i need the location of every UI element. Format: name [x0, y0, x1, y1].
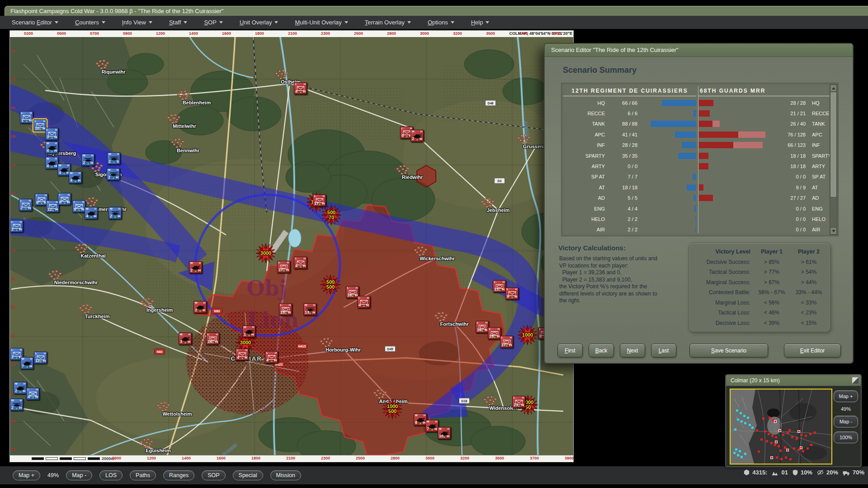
red-unit-counter[interactable]: LH15H [279, 303, 292, 315]
red-unit-counter[interactable]: WH2H [410, 130, 424, 142]
blue-unit-counter[interactable]: WH2H [14, 382, 27, 394]
red-unit-counter[interactable]: LH4H [294, 82, 307, 94]
special-button[interactable]: Special [233, 470, 263, 480]
p1-strength-value: 5 / 5 [609, 195, 642, 201]
scroll-up-icon[interactable] [830, 84, 837, 92]
blue-unit-counter[interactable]: WH2S [107, 152, 120, 164]
blue-unit-counter[interactable]: LH1H [10, 220, 23, 232]
blue-unit-counter[interactable]: LH10H [33, 119, 47, 131]
p2-strength-bar [699, 121, 720, 127]
blue-unit-counter[interactable]: WH4H [69, 171, 82, 183]
red-unit-counter[interactable]: WH10H [438, 427, 451, 439]
minimap-zoom-in-button[interactable]: Map + [834, 390, 858, 402]
red-unit-counter[interactable]: LH23H [512, 396, 525, 408]
red-unit-counter[interactable]: LH16H [206, 333, 219, 345]
menu-item-options[interactable]: Options [428, 19, 454, 26]
menu-item-info-view[interactable]: Info View [122, 19, 152, 26]
red-unit-counter[interactable]: WH1H [242, 325, 255, 338]
red-unit-counter[interactable]: WH2H [193, 301, 207, 313]
dialog-titlebar[interactable]: Scenario Editor "The Ride of the 12th Cu… [545, 44, 853, 57]
enemy-unit-dot [791, 436, 793, 438]
blue-unit-counter[interactable]: WH2H [10, 399, 23, 411]
map-zoom-out-button[interactable]: Map - [66, 470, 92, 480]
menu-item-unit-overlay[interactable]: Unit Overlay [240, 19, 278, 26]
p1-unit-type-label: TANK [563, 121, 609, 127]
blue-unit-counter[interactable]: LH2H [19, 199, 32, 211]
blue-unit-counter[interactable]: WH2H [108, 207, 122, 219]
first-button[interactable]: First [557, 343, 583, 357]
blue-unit-counter[interactable]: LH12H [34, 352, 47, 364]
red-unit-counter[interactable]: LH4H [236, 348, 249, 361]
menu-item-counters[interactable]: Counters [75, 19, 105, 26]
menu-item-sop[interactable]: SOP [204, 19, 222, 26]
victory-level-label: Decisive Loss: [689, 320, 753, 326]
red-unit-counter[interactable]: LH17H [313, 194, 326, 206]
sop-button[interactable]: SOP [202, 470, 225, 480]
red-unit-counter[interactable]: WH8H [414, 413, 427, 426]
menu-item-terrain-overlay[interactable]: Terrain Overlay [365, 19, 411, 26]
ruler-label: 18 [11, 277, 15, 281]
red-unit-counter[interactable]: LH17H [500, 336, 513, 348]
counter-strength: 8 [415, 421, 417, 425]
blue-unit-counter[interactable]: IH6H [58, 193, 71, 205]
bar-segment [682, 142, 696, 148]
exit-editor-button[interactable]: Exit Editor [784, 343, 841, 357]
counter-posture-letter: H [288, 310, 291, 314]
red-unit-counter[interactable]: WH2H [189, 261, 202, 273]
victory-p1-value: 56% - 67% [753, 289, 790, 296]
enemy-unit-dot [780, 458, 783, 460]
scrollbar-thumb[interactable] [830, 92, 837, 197]
red-unit-counter[interactable]: WH7H [425, 420, 439, 432]
last-button[interactable]: Last [651, 343, 676, 357]
ranges-button[interactable]: Ranges [163, 470, 194, 480]
blue-unit-counter[interactable]: IH6H [72, 200, 85, 212]
save-scenario-button[interactable]: Save Scenario [689, 343, 768, 357]
menu-item-scenario-editor[interactable]: Scenario Editor [12, 19, 58, 26]
blue-unit-counter[interactable]: IH4H [26, 388, 39, 400]
counter-posture-letter: H [54, 149, 57, 153]
red-unit-counter[interactable]: LH4H [265, 351, 278, 363]
blue-unit-counter[interactable]: WH2H [81, 154, 94, 166]
counter-posture-letter: H [19, 406, 22, 410]
red-unit-counter[interactable]: WH13H [303, 303, 316, 315]
minimap-titlebar[interactable]: Colmar (20 x 15 km) [726, 375, 861, 386]
blue-unit-counter[interactable]: LH12H [46, 200, 59, 212]
red-unit-counter[interactable]: LH17H [277, 261, 290, 273]
minimap-zoom-out-button[interactable]: Map - [834, 416, 858, 427]
force-table-scrollbar[interactable] [830, 84, 837, 235]
blue-unit-counter[interactable]: WH4H [85, 207, 98, 219]
red-unit-counter[interactable]: LH4H [357, 296, 370, 308]
red-unit-counter[interactable]: LH16H [476, 321, 489, 333]
red-unit-counter[interactable]: LH9H [505, 287, 519, 300]
minimap-full-zoom-button[interactable]: 100% [834, 432, 858, 443]
map-canvas[interactable]: Obj Lion 020406081012141618202224262830O… [10, 37, 573, 455]
minimap-image[interactable] [730, 389, 832, 465]
blue-unit-counter[interactable]: WH4H [45, 157, 58, 169]
next-button[interactable]: Next [620, 343, 645, 357]
blue-unit-counter[interactable]: LH1H [20, 111, 33, 123]
menu-item-staff[interactable]: Staff [169, 19, 188, 26]
paths-button[interactable]: Paths [130, 470, 156, 480]
red-unit-counter[interactable]: WH3H [179, 333, 192, 345]
blue-unit-counter[interactable]: WH2H [107, 168, 120, 180]
p1-strength-value: 4 / 4 [609, 206, 642, 211]
blue-unit-counter[interactable]: WH7H [20, 357, 33, 369]
red-unit-counter[interactable]: LH13H [493, 280, 506, 292]
map-zoom-in-button[interactable]: Map + [13, 470, 40, 480]
ruler-label: 3900 [565, 456, 574, 460]
readiness-dot [113, 178, 114, 179]
blue-unit-counter[interactable]: LH3H [45, 128, 58, 140]
scroll-down-icon[interactable] [830, 227, 837, 235]
minimap-resize-icon[interactable] [852, 377, 859, 384]
red-unit-counter[interactable]: LH4H [294, 257, 307, 269]
blue-unit-counter[interactable]: WH4H [45, 141, 58, 154]
red-unit-counter[interactable]: LH15H [488, 327, 501, 339]
menu-item-help[interactable]: Help [471, 19, 490, 26]
mission-button[interactable]: Mission [270, 470, 301, 480]
los-button[interactable]: LOS [99, 470, 123, 480]
readiness-dot [16, 357, 17, 359]
menu-item-multi-unit-overlay[interactable]: Multi-Unit Overlay [295, 19, 348, 26]
back-button[interactable]: Back [589, 343, 614, 357]
map-viewport[interactable]: COLMAR, 48°04'54"N 07°21'20"E 0200050007… [10, 31, 573, 462]
p2-strength-bar [699, 195, 713, 201]
